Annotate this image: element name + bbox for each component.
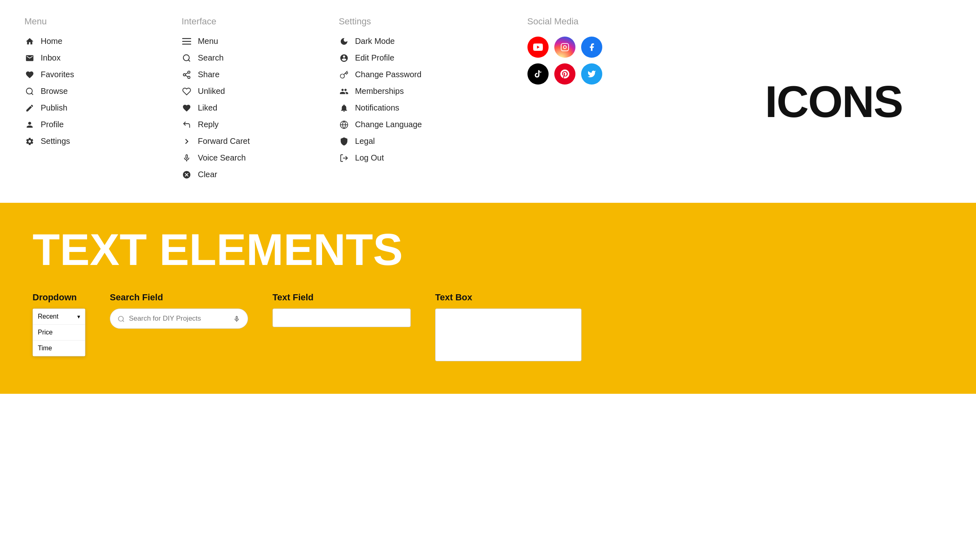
sidebar-item-settings[interactable]: Settings <box>24 137 181 146</box>
settings-label: Settings <box>41 137 70 146</box>
svg-point-7 <box>188 71 190 73</box>
social-media-column: Social Media <box>527 16 716 187</box>
sidebar-item-profile[interactable]: Profile <box>24 120 181 129</box>
dropdown-group: Dropdown Recent ▾ Price Time <box>33 292 85 356</box>
reply-icon <box>181 120 192 129</box>
text-box[interactable] <box>435 308 582 361</box>
log-out-icon <box>339 154 349 163</box>
search-input[interactable] <box>129 315 229 323</box>
interface-liked-label: Liked <box>198 103 217 113</box>
interface-reply-label: Reply <box>198 120 218 129</box>
favorites-label: Favorites <box>41 70 74 79</box>
interface-item-forward-caret[interactable]: Forward Caret <box>181 137 338 146</box>
memberships-icon <box>339 87 349 96</box>
interface-voice-search-label: Voice Search <box>198 153 246 163</box>
home-icon <box>24 37 35 46</box>
interface-item-share[interactable]: Share <box>181 70 338 79</box>
twitter-icon[interactable] <box>581 63 602 85</box>
interface-item-menu[interactable]: Menu <box>181 37 338 46</box>
settings-item-change-password[interactable]: Change Password <box>339 70 527 79</box>
settings-item-edit-profile[interactable]: Edit Profile <box>339 53 527 63</box>
dark-mode-label: Dark Mode <box>355 37 395 46</box>
settings-item-legal[interactable]: Legal <box>339 137 527 146</box>
clear-icon <box>181 170 192 179</box>
dropdown[interactable]: Recent ▾ Price Time <box>33 308 85 356</box>
chevron-down-icon: ▾ <box>77 313 80 320</box>
sidebar-item-favorites[interactable]: Favorites <box>24 70 181 79</box>
sidebar-item-home[interactable]: Home <box>24 37 181 46</box>
svg-point-8 <box>183 74 186 76</box>
favorites-icon <box>24 70 35 79</box>
svg-point-16 <box>118 316 123 321</box>
edit-profile-label: Edit Profile <box>355 53 394 63</box>
svg-line-10 <box>185 75 188 77</box>
sidebar-item-browse[interactable]: Browse <box>24 87 181 96</box>
facebook-icon[interactable] <box>581 37 602 58</box>
tiktok-icon[interactable] <box>527 63 549 85</box>
svg-rect-2 <box>182 38 191 39</box>
interface-item-search[interactable]: Search <box>181 53 338 63</box>
settings-item-memberships[interactable]: Memberships <box>339 87 527 96</box>
text-elements-title: TEXT ELEMENTS <box>33 227 943 272</box>
dropdown-selected-value: Recent <box>38 313 59 320</box>
svg-point-9 <box>188 76 190 78</box>
instagram-icon[interactable] <box>554 37 575 58</box>
menu-column: Menu Home Inbox Favorites Browse <box>24 16 181 187</box>
settings-item-dark-mode[interactable]: Dark Mode <box>339 37 527 46</box>
settings-icon <box>24 137 35 146</box>
svg-rect-14 <box>561 43 568 51</box>
sidebar-item-publish[interactable]: Publish <box>24 103 181 113</box>
settings-item-change-language[interactable]: Change Language <box>339 120 527 129</box>
text-field-group: Text Field <box>272 292 411 327</box>
settings-item-log-out[interactable]: Log Out <box>339 153 527 163</box>
interface-forward-caret-label: Forward Caret <box>198 137 250 146</box>
icons-title: ICONS <box>765 76 902 127</box>
interface-item-reply[interactable]: Reply <box>181 120 338 129</box>
forward-caret-icon <box>181 137 192 146</box>
interface-title: Interface <box>181 16 338 27</box>
inbox-label: Inbox <box>41 53 61 63</box>
svg-point-0 <box>26 88 33 94</box>
dark-mode-icon <box>339 37 349 46</box>
profile-label: Profile <box>41 120 64 129</box>
profile-icon <box>24 120 35 129</box>
text-elements-section: TEXT ELEMENTS Dropdown Recent ▾ Price Ti… <box>0 203 976 394</box>
svg-line-17 <box>122 320 124 321</box>
pinterest-icon[interactable] <box>554 63 575 85</box>
social-media-title: Social Media <box>527 16 716 27</box>
svg-rect-3 <box>182 41 191 41</box>
home-label: Home <box>41 37 62 46</box>
text-box-label: Text Box <box>435 292 472 303</box>
browse-icon <box>24 87 35 96</box>
publish-icon <box>24 104 35 113</box>
change-language-icon <box>339 120 349 129</box>
legal-label: Legal <box>355 137 375 146</box>
dropdown-option-price[interactable]: Price <box>33 325 85 341</box>
settings-column: Settings Dark Mode Edit Profile Change P… <box>339 16 527 187</box>
interface-item-liked[interactable]: Liked <box>181 103 338 113</box>
settings-item-notifications[interactable]: Notifications <box>339 103 527 113</box>
elements-row: Dropdown Recent ▾ Price Time Search Fiel… <box>33 292 943 361</box>
interface-item-clear[interactable]: Clear <box>181 170 338 179</box>
search-field[interactable] <box>110 308 248 329</box>
text-field-label: Text Field <box>272 292 314 303</box>
voice-search-icon <box>181 154 192 163</box>
dropdown-selected[interactable]: Recent ▾ <box>33 309 85 325</box>
sidebar-item-inbox[interactable]: Inbox <box>24 53 181 63</box>
edit-profile-icon <box>339 54 349 63</box>
svg-line-11 <box>185 72 188 74</box>
youtube-icon[interactable] <box>527 37 549 58</box>
text-field[interactable] <box>272 308 411 327</box>
interface-share-label: Share <box>198 70 219 79</box>
browse-label: Browse <box>41 87 68 96</box>
search-field-group: Search Field <box>110 292 248 329</box>
microphone-icon[interactable] <box>233 314 240 323</box>
share-icon <box>181 70 192 79</box>
interface-item-unliked[interactable]: Unliked <box>181 87 338 96</box>
interface-search-label: Search <box>198 53 223 63</box>
dropdown-option-time[interactable]: Time <box>33 341 85 356</box>
interface-item-voice-search[interactable]: Voice Search <box>181 153 338 163</box>
interface-unliked-label: Unliked <box>198 87 225 96</box>
settings-title: Settings <box>339 16 527 27</box>
change-password-icon <box>339 70 349 79</box>
